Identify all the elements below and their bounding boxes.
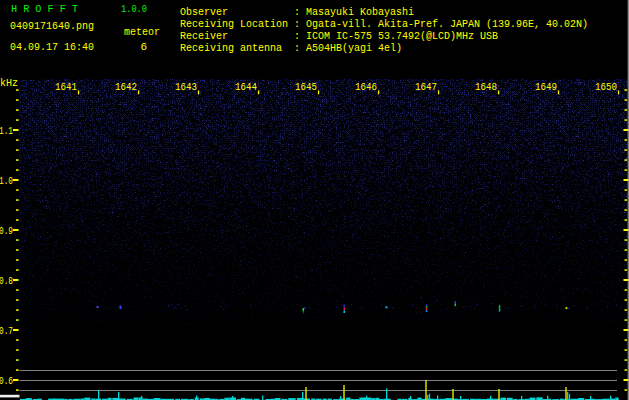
svg-text:Receiver: Receiver	[180, 31, 228, 42]
svg-text:1.1: 1.1	[0, 125, 13, 137]
svg-text:meteor: meteor	[124, 26, 160, 38]
svg-text:1643: 1643	[175, 81, 197, 93]
svg-text:Receiving Location: Receiving Location	[180, 19, 288, 30]
svg-text:0.8: 0.8	[0, 275, 13, 287]
svg-text:1641: 1641	[55, 81, 77, 93]
svg-text:1650: 1650	[595, 81, 617, 93]
svg-text:1.0: 1.0	[0, 175, 13, 187]
svg-text:1648: 1648	[475, 81, 497, 93]
svg-text:0.6: 0.6	[0, 375, 13, 387]
svg-text:: ICOM IC-575 53.7492(@LCD)MHz: : ICOM IC-575 53.7492(@LCD)MHz USB	[294, 31, 498, 42]
svg-text:0.9: 0.9	[0, 225, 13, 237]
svg-text:1644: 1644	[235, 81, 257, 93]
svg-text:04.09.17 16:40: 04.09.17 16:40	[10, 41, 94, 53]
svg-text:1642: 1642	[115, 81, 137, 93]
svg-text:0.7: 0.7	[0, 325, 13, 337]
svg-text:: A504HB(yagi 4el): : A504HB(yagi 4el)	[294, 43, 402, 54]
svg-text:1646: 1646	[355, 81, 377, 93]
svg-text:: Masayuki Kobayashi: : Masayuki Kobayashi	[294, 7, 414, 18]
svg-text:: Ogata-vill. Akita-Pref. JAPA: : Ogata-vill. Akita-Pref. JAPAN (139.96E…	[294, 19, 588, 30]
svg-text:1647: 1647	[415, 81, 437, 93]
svg-text:1649: 1649	[535, 81, 557, 93]
svg-text:Observer: Observer	[180, 7, 228, 18]
svg-text:1.0.0: 1.0.0	[121, 3, 147, 15]
svg-text:1645: 1645	[295, 81, 317, 93]
svg-text:0409171640.png: 0409171640.png	[10, 20, 94, 32]
svg-text:H R O F F T: H R O F F T	[11, 3, 78, 15]
svg-text:6: 6	[141, 41, 148, 53]
svg-text:Receiving antenna: Receiving antenna	[180, 43, 282, 54]
svg-text:kHz: kHz	[0, 78, 18, 89]
